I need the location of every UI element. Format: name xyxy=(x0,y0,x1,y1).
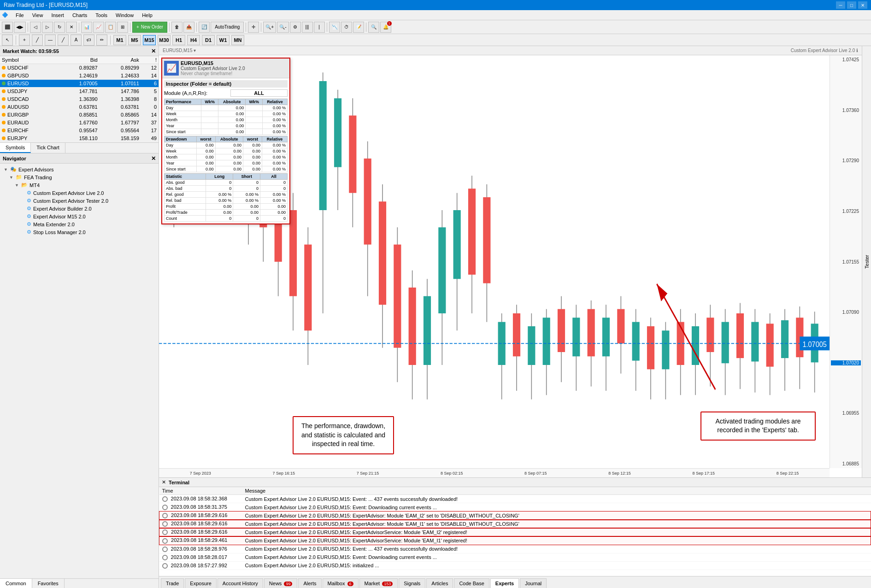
toolbar-btn-template[interactable]: 📝 xyxy=(353,22,364,33)
toolbar-line[interactable]: ╱ xyxy=(32,35,43,46)
market-row-3[interactable]: USDJPY 147.781 147.786 5 xyxy=(0,88,159,95)
toolbar-trendline[interactable]: ╱ xyxy=(58,35,69,46)
nav-item-3[interactable]: ⚙ Expert Advisor M15 2.0 xyxy=(2,212,157,220)
toolbar-btn-2[interactable]: ◀▶ xyxy=(14,22,26,33)
toolbar-btn-zoom-out[interactable]: 🔍- xyxy=(277,22,288,33)
market-row-5[interactable]: AUDUSD 0.63781 0.63781 0 xyxy=(0,103,159,111)
bottom-tab-experts[interactable]: Experts xyxy=(490,578,519,588)
maximize-button[interactable]: □ xyxy=(847,1,856,9)
toolbar-crosshair[interactable]: + xyxy=(19,35,30,46)
tf-m5[interactable]: M5 xyxy=(128,35,141,45)
toolbar-btn-stop[interactable]: ✕ xyxy=(66,22,77,33)
tf-h4[interactable]: H4 xyxy=(187,35,200,45)
bottom-tab-news[interactable]: News 99 xyxy=(264,578,298,588)
navigator-close[interactable]: ✕ xyxy=(151,155,156,162)
toolbar-btn-back[interactable]: ◁ xyxy=(30,22,41,33)
nav-fea-trading[interactable]: ▼ 📁 FEA Trading xyxy=(2,173,157,181)
tf-m1[interactable]: M1 xyxy=(113,35,126,45)
toolbar-btn-indicators[interactable]: 📉 xyxy=(329,22,340,33)
terminal-row-7[interactable]: 2023.09.08 18:58:28.017 Custom Expert Ad… xyxy=(159,553,871,561)
tf-d1[interactable]: D1 xyxy=(202,35,215,45)
tf-mn[interactable]: MN xyxy=(231,35,244,45)
toolbar-btn-refresh[interactable]: ↻ xyxy=(54,22,65,33)
terminal-row-1[interactable]: 2023.09.08 18:58:31.375 Custom Expert Ad… xyxy=(159,503,871,512)
nav-tab-common[interactable]: Common xyxy=(0,579,32,588)
toolbar-btn-forward[interactable]: ▷ xyxy=(42,22,53,33)
tf-m30[interactable]: M30 xyxy=(158,35,171,45)
toolbar-text[interactable]: A xyxy=(71,35,82,46)
market-watch-close[interactable]: ✕ xyxy=(151,48,156,54)
toolbar-hline[interactable]: — xyxy=(45,35,56,46)
new-order-button[interactable]: + New Order xyxy=(132,22,167,33)
nav-item-0[interactable]: ⚙ Custom Expert Advisor Live 2.0 xyxy=(2,189,157,197)
toolbar-btn-zoom-in[interactable]: 🔍+ xyxy=(263,22,276,33)
market-row-7[interactable]: EURAUD 1.67760 1.67797 37 xyxy=(0,119,159,127)
terminal-row-5[interactable]: 2023.09.08 18:58:29.461 Custom Expert Ad… xyxy=(159,536,871,545)
toolbar-btn-chart[interactable]: 📊 xyxy=(81,22,92,33)
market-row-9[interactable]: EURJPY 158.110 158.159 49 xyxy=(0,135,159,142)
menu-tools[interactable]: Tools xyxy=(92,12,111,19)
terminal-close-btn[interactable]: ✕ xyxy=(162,479,166,485)
nav-mt4[interactable]: ▼ 📂 MT4 xyxy=(2,181,157,189)
market-row-1[interactable]: GBPUSD 1.24619 1.24633 14 xyxy=(0,72,159,80)
toolbar-btn-del[interactable]: 🗑 xyxy=(171,22,182,33)
market-row-2[interactable]: EURUSD 1.07005 1.07011 6 xyxy=(0,80,159,88)
bottom-tab-trade[interactable]: Trade xyxy=(161,578,184,588)
terminal-row-3[interactable]: 2023.09.08 18:58:29.616 Custom Expert Ad… xyxy=(159,520,871,528)
nav-item-2[interactable]: ⚙ Expert Advisor Builder 2.0 xyxy=(2,205,157,212)
nav-tab-favorites[interactable]: Favorites xyxy=(32,579,65,588)
market-row-0[interactable]: USDCHF 0.89287 0.89299 12 xyxy=(0,64,159,72)
nav-item-1[interactable]: ⚙ Custom Expert Advisor Tester 2.0 xyxy=(2,197,157,205)
bottom-tab-account-history[interactable]: Account History xyxy=(218,578,263,588)
terminal-row-2[interactable]: 2023.09.08 18:58:29.616 Custom Expert Ad… xyxy=(159,512,871,520)
nav-item-4[interactable]: ⚙ Meta Extender 2.0 xyxy=(2,220,157,228)
menu-charts[interactable]: Charts xyxy=(69,12,91,19)
bottom-tab-market[interactable]: Market 153 xyxy=(359,578,398,588)
bottom-tab-code-base[interactable]: Code Base xyxy=(454,578,489,588)
toolbar-btn-candles[interactable]: | xyxy=(314,22,325,33)
market-row-4[interactable]: USDCAD 1.36390 1.36398 8 xyxy=(0,95,159,103)
toolbar-btn-search[interactable]: 🔍 xyxy=(368,22,379,33)
nav-expert-advisors[interactable]: ▼ 🎭 Expert Advisors xyxy=(2,165,157,173)
tab-tick-chart[interactable]: Tick Chart xyxy=(31,143,65,153)
toolbar-btn-chart2[interactable]: 📈 xyxy=(93,22,104,33)
toolbar-btn-alert[interactable]: 🔔1 xyxy=(380,22,391,33)
bottom-tab-mailbox[interactable]: Mailbox 6 xyxy=(323,578,359,588)
tf-h1[interactable]: H1 xyxy=(172,35,185,45)
menu-view[interactable]: View xyxy=(29,12,47,19)
tf-m15[interactable]: M15 xyxy=(143,35,156,45)
menu-help[interactable]: Help xyxy=(138,12,156,19)
bottom-tab-journal[interactable]: Journal xyxy=(520,578,547,588)
menu-insert[interactable]: Insert xyxy=(47,12,68,19)
toolbar-btn-properties[interactable]: ⚙ xyxy=(290,22,301,33)
bottom-tab-articles[interactable]: Articles xyxy=(426,578,453,588)
tester-tab-label[interactable]: Tester xyxy=(863,251,871,272)
terminal-row-4[interactable]: 2023.09.08 18:58:29.616 Custom Expert Ad… xyxy=(159,528,871,536)
bottom-tab-alerts[interactable]: Alerts xyxy=(298,578,321,588)
tf-w1[interactable]: W1 xyxy=(217,35,230,45)
toolbar-label[interactable]: 🏷 xyxy=(83,35,94,46)
tab-symbols[interactable]: Symbols xyxy=(0,143,31,153)
toolbar-btn-chart3[interactable]: 📋 xyxy=(105,22,116,33)
terminal-row-8[interactable]: 2023.09.08 18:57:27.992 Custom Expert Ad… xyxy=(159,561,871,570)
toolbar-btn-bars[interactable]: ||| xyxy=(302,22,313,33)
autotrading-button[interactable]: AutoTrading xyxy=(211,22,244,33)
bottom-tab-signals[interactable]: Signals xyxy=(399,578,425,588)
close-button[interactable]: ✕ xyxy=(858,1,867,9)
market-row-6[interactable]: EURGBP 0.85851 0.85865 14 xyxy=(0,111,159,119)
market-row-8[interactable]: EURCHF 0.95547 0.95564 17 xyxy=(0,127,159,135)
menu-file[interactable]: File xyxy=(12,12,28,19)
terminal-row-6[interactable]: 2023.09.08 18:58:28.976 Custom Expert Ad… xyxy=(159,545,871,553)
toolbar-draw[interactable]: ✏ xyxy=(96,35,107,46)
menu-window[interactable]: Window xyxy=(112,12,137,19)
toolbar-btn-period[interactable]: ⏱ xyxy=(341,22,352,33)
terminal-row-0[interactable]: 2023.09.08 18:58:32.368 Custom Expert Ad… xyxy=(159,495,871,503)
toolbar-btn-1[interactable]: ⬛ xyxy=(2,22,13,33)
toolbar-cursor[interactable]: ↖ xyxy=(2,35,13,46)
toolbar-btn-chart4[interactable]: ⊞ xyxy=(117,22,128,33)
bottom-tab-exposure[interactable]: Exposure xyxy=(185,578,216,588)
chart-canvas[interactable]: 1.07005 1.07425 1.07360 1.07290 1.07225 … xyxy=(159,55,862,477)
toolbar-btn-refresh2[interactable]: 🔄 xyxy=(199,22,210,33)
toolbar-btn-export[interactable]: 📤 xyxy=(183,22,194,33)
toolbar-btn-cross[interactable]: ✛ xyxy=(248,22,259,33)
